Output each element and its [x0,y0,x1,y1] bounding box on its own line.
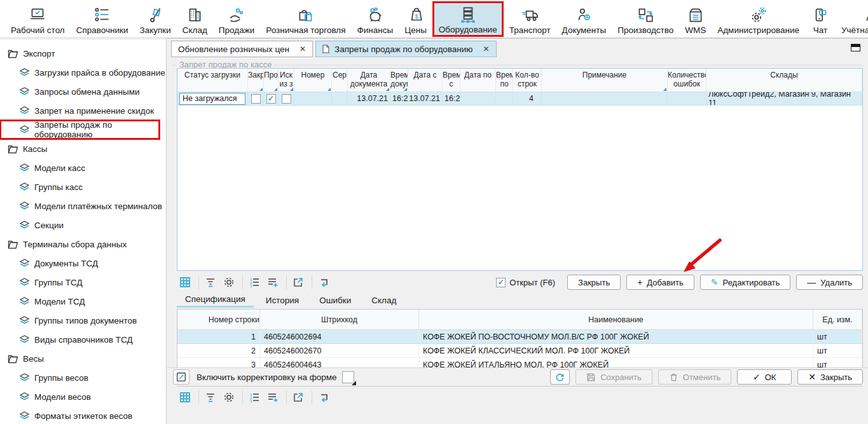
sidebar-item-tsd-documents[interactable]: Документы ТСД [0,254,166,273]
add-row-list-icon[interactable] [265,390,281,405]
sidebar-item-cash-groups[interactable]: Группы касс [0,177,166,196]
column-header-date-to[interactable]: Дата по [460,69,496,92]
column-header-series[interactable]: Сер [332,69,348,92]
layers-icon [19,411,30,421]
tab-retail-price-update[interactable]: Обновление розничных цен ✕ [171,41,313,57]
add-row-list-icon[interactable] [265,275,281,290]
tab-errors[interactable]: Ошибки [311,292,359,308]
tab-history[interactable]: История [258,292,307,308]
column-header-closed[interactable]: Закр [248,69,264,92]
column-header-warehouses[interactable]: Склады [706,69,862,92]
column-header-number[interactable]: Номер [294,69,332,92]
edit-form-icon[interactable] [173,369,189,385]
column-header-excluded[interactable]: Иск из з [279,69,294,92]
sidebar-item-label-formats[interactable]: Форматы этикеток весов [0,406,166,424]
column-header-time-from[interactable]: Врем с [443,69,460,92]
sidebar-item-sales-bans-equipment[interactable]: Запреты продаж по оборудованию [0,120,160,139]
column-header-time-to[interactable]: Врем по [496,69,513,92]
status-cell-editor[interactable]: Не загружался [179,93,245,105]
sidebar-folder-cash-registers[interactable]: Кассы [0,139,166,158]
delete-button[interactable]: —Удалить [796,275,863,290]
save-button[interactable]: Сохранить [575,369,652,385]
filter-icon[interactable] [202,390,219,405]
toolbar-item-purchases[interactable]: Закупки [134,1,177,37]
tab-sales-bans-equipment[interactable]: Запреты продаж по оборудованию ✕ [315,41,496,57]
gear-icon[interactable] [221,275,237,290]
toolbar-item-account[interactable]: Учётная запись [836,1,868,37]
tab-warehouse[interactable]: Склад [363,292,404,308]
reload-icon[interactable] [315,275,332,290]
tab-specification[interactable]: Спецификация [177,292,254,308]
reload-icon[interactable] [315,390,332,405]
column-header-status[interactable]: Статус загрузки [177,69,248,92]
sidebar-item-sections[interactable]: Секции [0,215,166,235]
numbered-list-icon[interactable]: 123 [246,275,263,290]
close-icon[interactable]: ✕ [300,44,306,53]
refresh-button[interactable] [550,369,570,385]
toolbar-item-chat[interactable]: Чат [805,1,836,37]
column-header-errors-count[interactable]: Количество ошибок [668,69,706,92]
toolbar-item-admin[interactable]: Администрирование [712,1,805,37]
sidebar-folder-export[interactable]: Экспорт [0,44,166,63]
column-header-rows-count[interactable]: Кол-во строк [513,69,542,92]
toolbar-item-desktop[interactable]: Рабочий стол [5,1,71,37]
numbered-list-icon[interactable]: 123 [246,390,263,405]
closed-checkbox[interactable] [251,94,261,104]
toolbar-item-equipment[interactable]: Оборудование [432,1,504,37]
close-form-button[interactable]: ✕Закрыть [797,369,863,385]
toolbar-item-finance[interactable]: Финансы [352,1,399,37]
toolbar-item-wms[interactable]: WMS [679,1,712,37]
pro-checkbox[interactable]: ✓ [266,94,276,104]
toolbar-item-transport[interactable]: Транспорт [504,1,556,37]
ok-button[interactable]: ✓ОК [737,369,792,385]
gear-icon[interactable] [221,390,237,405]
filter-icon[interactable] [202,275,219,290]
column-header-name[interactable]: Наименование [419,310,813,329]
sidebar-folder-tsd[interactable]: Терминалы сбора данных [0,235,166,254]
toolbar-item-production[interactable]: Производство [612,1,679,37]
sidebar-item-terminal-models[interactable]: Модели платёжных терминалов [0,196,166,215]
add-button[interactable]: +Добавить [626,275,694,290]
column-header-doc-time[interactable]: Врем докум [390,69,408,92]
excluded-checkbox[interactable] [282,94,291,104]
table-row[interactable]: 1 4605246002694 КОФЕ ЖОКЕЙ ПО-ВОСТОЧНОМУ… [177,330,862,344]
restore-window-icon[interactable] [851,44,860,51]
grid-view-icon[interactable] [177,390,193,405]
toolbar-item-prices[interactable]: $ Цены [399,1,432,37]
column-header-doc-date[interactable]: Дата документа [348,69,390,92]
correction-checkbox[interactable] [342,371,354,383]
edit-button[interactable]: ✎Редактировать [700,275,791,290]
cancel-button[interactable]: Отменить [658,369,731,385]
sidebar-item-tsd-ref-types[interactable]: Виды справочников ТСД [0,330,166,349]
column-header-line-number[interactable]: Номер строки [177,310,260,329]
column-header-unit[interactable]: Ед. изм. [813,310,862,329]
close-record-button[interactable]: Закрыть [567,275,621,290]
table-row[interactable]: Не загружался ✓ 13.07.21 16:22 13.07.21 … [177,92,862,106]
toolbar-item-sales[interactable]: Продажи [213,1,260,37]
grid-view-icon[interactable] [177,275,193,290]
sidebar-item-scale-models[interactable]: Модели весов [0,387,166,406]
sidebar-item-price-loads[interactable]: Загрузки прайса в оборудование [0,63,166,82]
column-header-barcode[interactable]: Штрихкод [260,310,419,329]
toolbar-item-catalogs[interactable]: Справочники [71,1,134,37]
open-external-icon[interactable] [290,275,307,290]
sidebar-item-exchange-requests[interactable]: Запросы обмена данными [0,82,166,101]
column-header-date-from[interactable]: Дата с [408,69,443,92]
toolbar-item-warehouse[interactable]: Склад [177,1,213,37]
sidebar-folder-scales[interactable]: Весы [0,349,166,368]
sidebar-item-scale-groups[interactable]: Группы весов [0,368,166,387]
sidebar-item-doc-type-groups[interactable]: Группы типов документов [0,311,166,330]
sidebar-item-tsd-models[interactable]: Модели ТСД [0,292,166,311]
sidebar-item-discount-ban[interactable]: Запрет на применение скидок [0,101,166,120]
toolbar-item-retail[interactable]: Розничная торговля [260,1,351,37]
open-external-icon[interactable] [290,390,307,405]
table-row[interactable]: 2 4605246002670 КОФЕ ЖОКЕЙ КЛАССИЧЕСКИЙ … [177,344,862,358]
close-icon[interactable]: ✕ [483,44,489,53]
column-header-pro[interactable]: Про [264,69,279,92]
toolbar-item-documents[interactable]: Документы [556,1,612,37]
sidebar-item-tsd-groups[interactable]: Группы ТСД [0,273,166,292]
open-f6-checkbox[interactable]: ✓ Открыт (F6) [496,278,555,287]
sidebar-item-cash-models[interactable]: Модели касс [0,158,166,177]
column-header-note[interactable]: Примечание [542,69,668,92]
doc-date-cell: 13.07.21 [348,92,390,105]
